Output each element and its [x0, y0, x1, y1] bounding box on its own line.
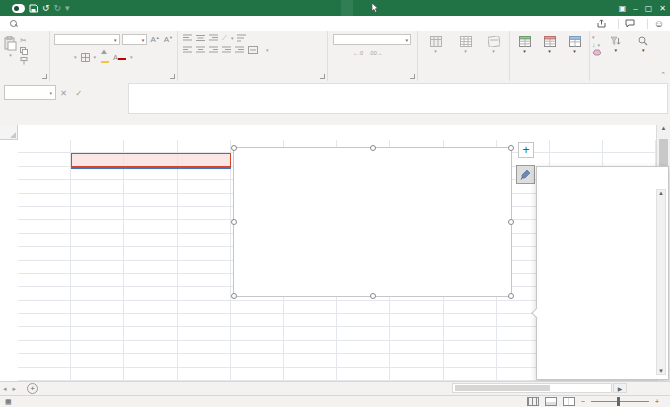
chart-handle[interactable] — [508, 219, 514, 225]
number-format-select[interactable]: ▾ — [333, 34, 411, 45]
orientation-icon[interactable]: ⟋ — [222, 34, 227, 42]
formula-input[interactable] — [128, 83, 668, 114]
decrease-font-icon[interactable]: A▼ — [163, 35, 174, 44]
align-top-icon[interactable] — [183, 34, 192, 42]
zoom-slider-thumb[interactable] — [617, 397, 620, 406]
feedback-smiley-icon[interactable]: ☺ — [654, 18, 664, 29]
cell-styles-button[interactable]: ▾ — [481, 33, 507, 55]
collapse-ribbon-icon[interactable]: ⌃ — [660, 71, 666, 79]
alignment-dialog-launcher[interactable] — [320, 74, 325, 79]
new-sheet-button[interactable]: + — [27, 383, 38, 394]
autosum-button[interactable]: ▾ — [592, 33, 601, 40]
divider — [618, 19, 619, 29]
horizontal-scrollbar[interactable] — [452, 383, 612, 393]
select-all-corner[interactable] — [0, 125, 18, 140]
share-icon — [597, 19, 606, 28]
brush-icon — [520, 169, 531, 180]
chart-handle[interactable] — [370, 293, 376, 299]
increase-indent-icon[interactable] — [235, 46, 244, 54]
chart-style-panel: ▲▼ — [536, 166, 669, 380]
font-size-select[interactable]: ▾ — [122, 34, 148, 45]
clipboard-dialog-launcher[interactable] — [42, 74, 47, 79]
zoom-in-button[interactable]: + — [655, 398, 659, 405]
accessibility-status-icon[interactable]: ▦ — [0, 398, 12, 406]
sort-filter-icon — [610, 36, 621, 46]
chart-source-range[interactable] — [71, 153, 231, 168]
format-painter-icon[interactable] — [20, 57, 28, 65]
chart-handle[interactable] — [231, 219, 237, 225]
format-cells-button[interactable]: ▾ — [569, 33, 581, 55]
cancel-formula-icon[interactable]: ✕ — [60, 88, 67, 98]
wrap-text-icon[interactable] — [237, 34, 246, 42]
page-layout-view-button[interactable] — [545, 397, 557, 406]
chart-object[interactable] — [233, 147, 512, 297]
sheet-nav-right-icon[interactable]: ▸ — [10, 385, 20, 393]
user-avatar-icon[interactable]: ▣ — [619, 4, 627, 13]
align-center-icon[interactable] — [196, 46, 205, 54]
chart-handle[interactable] — [508, 293, 514, 299]
font-name-select[interactable]: ▾ — [54, 34, 120, 45]
cut-icon[interactable]: ✂ — [20, 36, 28, 45]
editing-group: ▾ ↓ ▾ ▾ ▾ — [590, 31, 656, 81]
scroll-down-icon[interactable]: ▼ — [658, 368, 664, 374]
decrease-indent-icon[interactable] — [222, 46, 231, 54]
hscroll-right-icon[interactable]: ▶ — [613, 383, 627, 393]
font-dialog-launcher[interactable] — [170, 74, 175, 79]
page-break-view-button[interactable] — [563, 397, 575, 406]
normal-view-button[interactable] — [527, 397, 539, 406]
sort-filter-button[interactable]: ▾ — [603, 33, 629, 57]
zoom-slider[interactable] — [591, 401, 649, 402]
name-box[interactable]: ▾ — [4, 85, 56, 100]
copy-icon[interactable] — [20, 47, 28, 55]
search-box[interactable] — [10, 20, 21, 27]
align-bottom-icon[interactable] — [209, 34, 218, 42]
increase-decimal-icon[interactable]: ←.0 — [353, 50, 363, 56]
align-middle-icon[interactable] — [196, 34, 205, 42]
merge-center-icon[interactable] — [248, 46, 258, 54]
chart-handle[interactable] — [231, 293, 237, 299]
zoom-out-button[interactable]: − — [581, 398, 585, 405]
font-color-icon[interactable]: A — [113, 55, 126, 60]
close-button[interactable]: ✕ — [659, 4, 666, 13]
number-dialog-launcher[interactable] — [410, 74, 415, 79]
chart-handle[interactable] — [231, 145, 237, 151]
borders-icon[interactable] — [81, 53, 90, 62]
autosave-toggle[interactable] — [12, 4, 25, 13]
align-left-icon[interactable] — [183, 46, 192, 54]
scroll-up-icon[interactable]: ▲ — [658, 190, 664, 196]
insert-cells-button[interactable]: ▾ — [519, 33, 531, 55]
decrease-decimal-icon[interactable]: .00→ — [369, 50, 382, 56]
horizontal-scroll-thumb[interactable] — [455, 385, 550, 391]
maximize-button[interactable]: ▢ — [645, 4, 653, 13]
delete-cells-button[interactable]: ▾ — [544, 33, 556, 55]
quick-access-caret-icon[interactable]: ▾ — [65, 4, 70, 13]
chart-styles-button[interactable] — [516, 165, 535, 184]
chart-handle[interactable] — [370, 145, 376, 151]
cells-group: ▾ ▾ ▾ — [510, 31, 590, 81]
conditional-formatting-button[interactable]: ▾ — [421, 33, 451, 55]
minimize-button[interactable]: – — [633, 4, 637, 13]
format-as-table-button[interactable]: ▾ — [452, 33, 480, 55]
redo-icon[interactable]: ↻ — [54, 4, 62, 13]
increase-font-icon[interactable]: A▲ — [149, 35, 160, 44]
table-body — [71, 167, 231, 169]
chart-tools-context-label[interactable] — [341, 0, 353, 16]
search-icon — [10, 20, 17, 27]
find-select-button[interactable]: ▾ — [631, 33, 657, 57]
chart-elements-button[interactable]: + — [518, 142, 534, 158]
save-icon[interactable] — [29, 4, 38, 13]
panel-scrollbar[interactable]: ▲▼ — [656, 189, 666, 375]
ribbon-home: ▾ ✂ ▾ ▾ A▲ A▼ ▾ ▾ — [0, 31, 670, 82]
align-right-icon[interactable] — [209, 46, 218, 54]
enter-formula-icon[interactable]: ✓ — [75, 88, 82, 98]
fill-color-icon[interactable] — [100, 49, 109, 65]
number-group: ▾ ←.0 .00→ — [328, 31, 418, 81]
chart-handle[interactable] — [508, 145, 514, 151]
fill-button[interactable]: ↓ ▾ — [592, 41, 601, 48]
find-select-icon — [638, 36, 648, 46]
sheet-nav-left-icon[interactable]: ◂ — [0, 385, 10, 393]
cell-styles-icon — [488, 36, 500, 47]
clear-button[interactable] — [592, 49, 601, 57]
undo-icon[interactable]: ↺ — [42, 4, 50, 13]
paste-button[interactable]: ▾ — [4, 33, 17, 65]
